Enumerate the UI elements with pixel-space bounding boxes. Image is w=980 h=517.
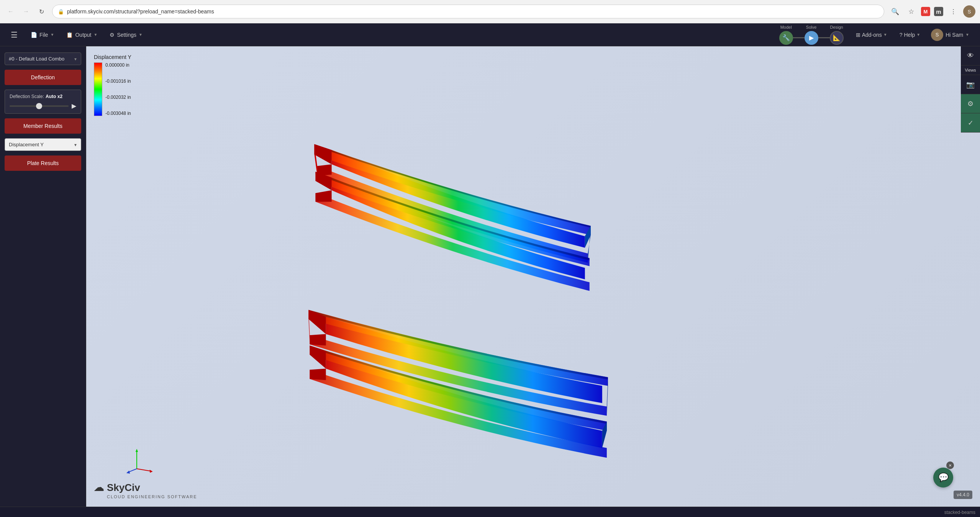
- deflection-scale-panel: Deflection Scale: Auto x2 ▶: [5, 90, 81, 114]
- grid-icon: ⊞: [856, 32, 860, 38]
- search-button[interactable]: 🔍: [889, 5, 901, 18]
- right-nav: ⊞ Add-ons ▼ ? Help ▼ S Hi Sam ▼: [851, 26, 972, 43]
- help-icon: ?: [900, 32, 903, 38]
- cloud-icon: ☁: [94, 482, 104, 494]
- workflow-step-solve[interactable]: Solve ▶: [805, 25, 818, 45]
- displacement-select[interactable]: Displacement Y: [5, 138, 81, 151]
- displacement-select-wrapper: Displacement Y: [5, 138, 81, 151]
- output-chevron-icon: ▼: [94, 33, 98, 37]
- skyciv-logo: ☁ SkyCiv Cloud Engineering Software: [94, 482, 197, 499]
- user-avatar: S: [963, 5, 975, 18]
- legend-label-3: -0.003048 in: [105, 111, 131, 116]
- coordinate-axes: [125, 444, 155, 476]
- eye-view-button[interactable]: 👁: [961, 46, 980, 65]
- legend-label-0: 0.000000 in: [105, 62, 131, 68]
- scale-slider[interactable]: [10, 105, 69, 107]
- legend-label-2: -0.002032 in: [105, 95, 131, 100]
- legend-label-1: -0.001016 in: [105, 79, 131, 84]
- forward-button[interactable]: →: [20, 5, 32, 18]
- scale-controls: ▶: [10, 102, 76, 110]
- viewport: Displacement Y 0.000000 in -0.001016 in …: [86, 46, 980, 507]
- legend-labels: 0.000000 in -0.001016 in -0.002032 in -0…: [105, 62, 131, 116]
- settings-icon: ⚙: [110, 32, 115, 38]
- settings-chevron-icon: ▼: [139, 33, 143, 37]
- skyciv-text: SkyCiv: [107, 482, 140, 494]
- skyciv-brand-name: ☁ SkyCiv: [94, 482, 140, 494]
- solve-step-icon: ▶: [805, 31, 818, 45]
- addons-chevron-icon: ▼: [883, 33, 887, 37]
- user-greeting[interactable]: S Hi Sam ▼: [928, 26, 972, 43]
- file-icon: 📄: [31, 32, 37, 38]
- plate-results-button[interactable]: Plate Results: [5, 155, 81, 171]
- file-menu-item[interactable]: 📄 File ▼: [25, 29, 59, 41]
- main-content: #0 - Default Load Combo Deflection Defle…: [0, 46, 980, 507]
- legend-bar-container: 0.000000 in -0.001016 in -0.002032 in -0…: [94, 62, 131, 116]
- help-button[interactable]: ? Help ▼: [895, 29, 925, 40]
- profile-button[interactable]: S: [963, 5, 975, 18]
- extension-bold-m-icon[interactable]: m: [934, 7, 943, 16]
- lock-icon: 🔒: [58, 9, 64, 15]
- workflow-steps: Model 🔧 Solve ▶ Design 📐: [779, 25, 844, 45]
- help-chevron-icon: ▼: [916, 33, 920, 37]
- menu-button[interactable]: ⋮: [947, 5, 959, 18]
- workflow-step-model[interactable]: Model 🔧: [779, 25, 793, 45]
- svg-marker-1: [136, 449, 138, 452]
- reload-button[interactable]: ↻: [35, 5, 48, 18]
- chat-icon: 💬: [938, 473, 949, 483]
- status-bar: stacked-beams: [0, 507, 980, 517]
- svg-marker-5: [126, 471, 130, 474]
- load-combo-wrapper: #0 - Default Load Combo: [5, 52, 81, 65]
- back-button[interactable]: ←: [5, 5, 17, 18]
- play-button[interactable]: ▶: [72, 102, 76, 110]
- settings-tool-button[interactable]: ⚙: [961, 94, 980, 113]
- address-bar: 🔒: [52, 5, 884, 18]
- color-legend: Displacement Y 0.000000 in -0.001016 in …: [94, 54, 131, 116]
- chat-widget[interactable]: 💬: [933, 468, 953, 488]
- deflection-scale-label: Deflection Scale: Auto x2: [10, 94, 76, 99]
- views-label-button[interactable]: Views: [961, 65, 980, 75]
- settings-menu-item[interactable]: ⚙ Settings ▼: [104, 29, 148, 41]
- version-badge: v4.4.0: [954, 491, 972, 499]
- addons-button[interactable]: ⊞ Add-ons ▼: [851, 29, 892, 40]
- check-tool-button[interactable]: ✓: [961, 113, 980, 133]
- url-input[interactable]: [67, 8, 878, 15]
- right-toolbar: 👁 Views 📷 ⚙ ✓: [961, 46, 980, 133]
- top-nav: ☰ 📄 File ▼ 📋 Output ▼ ⚙ Settings ▼ Model…: [0, 23, 980, 46]
- model-step-icon: 🔧: [779, 31, 793, 45]
- deflection-button[interactable]: Deflection: [5, 70, 81, 85]
- svg-line-2: [137, 469, 151, 471]
- svg-marker-3: [150, 470, 153, 473]
- sidebar: #0 - Default Load Combo Deflection Defle…: [0, 46, 86, 507]
- user-chevron-icon: ▼: [965, 33, 969, 37]
- project-name-status: stacked-beams: [944, 510, 975, 515]
- extension-m-icon[interactable]: M: [921, 7, 930, 16]
- workflow-step-design[interactable]: Design 📐: [830, 25, 844, 45]
- workflow-connector-2: [818, 37, 830, 38]
- legend-bar: [94, 62, 102, 116]
- user-avatar-nav: S: [931, 29, 943, 41]
- bookmark-button[interactable]: ☆: [905, 5, 917, 18]
- file-chevron-icon: ▼: [51, 33, 54, 37]
- hamburger-button[interactable]: ☰: [8, 27, 21, 43]
- beams-visualization: [86, 46, 980, 507]
- browser-nav-buttons: ← → ↻: [5, 5, 48, 18]
- load-combo-select[interactable]: #0 - Default Load Combo: [5, 52, 81, 65]
- output-icon: 📋: [66, 32, 73, 38]
- nav-menu: 📄 File ▼ 📋 Output ▼ ⚙ Settings ▼: [25, 29, 779, 41]
- member-results-button[interactable]: Member Results: [5, 118, 81, 134]
- output-menu-item[interactable]: 📋 Output ▼: [61, 29, 103, 41]
- camera-button[interactable]: 📷: [961, 75, 980, 94]
- legend-title: Displacement Y: [94, 54, 131, 60]
- workflow-connector-1: [793, 37, 805, 38]
- chat-close-button[interactable]: ✕: [946, 461, 954, 469]
- skyciv-tagline: Cloud Engineering Software: [107, 494, 197, 499]
- browser-right-icons: 🔍 ☆ M m ⋮ S: [889, 5, 975, 18]
- design-step-icon: 📐: [830, 31, 844, 45]
